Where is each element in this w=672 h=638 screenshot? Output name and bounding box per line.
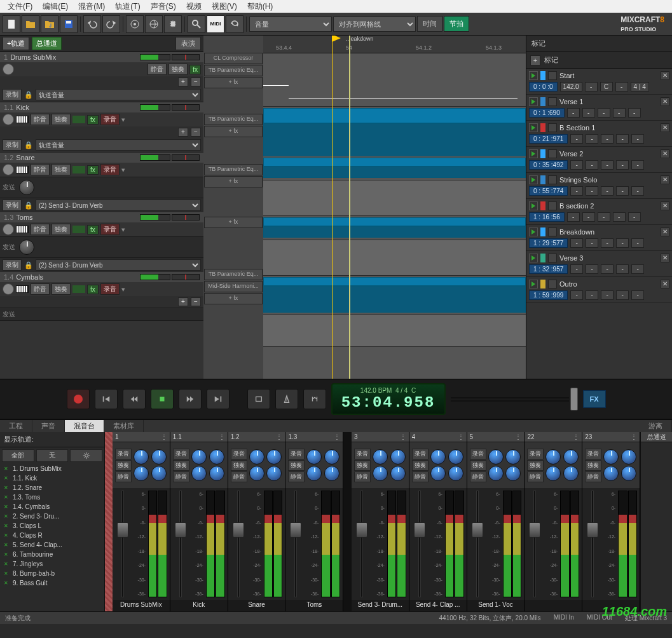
mixer-strip[interactable]: 1.3⋮ 录音独奏静音 6-0--6--12--18--24--30--36- …	[285, 432, 343, 611]
eq-knob[interactable]	[373, 449, 388, 465]
markers-tab[interactable]: 标记	[531, 39, 545, 48]
record-button[interactable]	[67, 389, 90, 409]
track-cymbals[interactable]: 1.4Cymbals 静音 独奏 fx 录音 ▾ +−	[0, 272, 203, 308]
strip-label[interactable]: Drums SubMix	[113, 600, 170, 611]
beat-mode-button[interactable]: 节拍	[444, 16, 469, 32]
clip-lane-snare[interactable]	[263, 156, 526, 180]
mixer-list-item[interactable]: 8. Bump-bah-b	[0, 569, 104, 578]
strip-rec-button[interactable]: 录音	[585, 449, 601, 459]
marker-item[interactable]: Start✕0 : 0 :0142.0-C-4 | 4	[526, 69, 672, 95]
strip-menu-icon[interactable]: ⋮	[573, 433, 579, 440]
new-file-button[interactable]	[3, 15, 20, 33]
status-midi-in[interactable]: MIDI In	[554, 614, 574, 623]
add-lane-button[interactable]: +	[178, 78, 188, 86]
strip-mute-button[interactable]: 静音	[173, 472, 189, 482]
mixer-list-item[interactable]: 5. Send 4- Clap...	[0, 540, 104, 550]
timeline[interactable]: ...eakdown 53.4.4 54 54.1.2 54.1.3	[263, 36, 526, 379]
stop-button[interactable]	[151, 389, 174, 409]
strip-mute-button[interactable]: 静音	[470, 472, 486, 482]
mixer-list-item[interactable]: 1.3. Toms	[0, 492, 104, 502]
strip-rec-button[interactable]: 录音	[412, 449, 429, 459]
marker-time[interactable]: 0 : 35 :492	[529, 160, 568, 170]
marker-time[interactable]: 1 : 29 :577	[529, 238, 568, 248]
track-drums-submix[interactable]: 1Drums SubMix 静音 独奏 fx +− 录制 🔒 轨道音量	[0, 52, 203, 102]
marker-name[interactable]: Breakdown	[559, 228, 658, 236]
rewind-start-button[interactable]	[95, 389, 118, 409]
fader[interactable]	[585, 491, 600, 597]
delete-marker-button[interactable]: ✕	[661, 123, 669, 132]
marker-color[interactable]	[540, 254, 545, 262]
menu-mix[interactable]: 混音(M)	[73, 1, 110, 12]
mixer-strip[interactable]: 23⋮ 录音独奏静音 6-0--6--12--18--24--30--36-	[582, 432, 640, 611]
forward-end-button[interactable]	[207, 389, 230, 409]
marker-play-button[interactable]	[529, 227, 538, 236]
marker-name[interactable]: Outro	[559, 280, 658, 288]
time-mode-button[interactable]: 时间	[417, 16, 442, 32]
fader[interactable]	[173, 491, 188, 597]
solo-button[interactable]: 独奏	[168, 64, 188, 75]
fader[interactable]	[527, 491, 542, 597]
strip-menu-icon[interactable]: ⋮	[400, 433, 406, 440]
flag-icon[interactable]	[548, 175, 557, 184]
forward-button[interactable]	[179, 389, 202, 409]
menu-track[interactable]: 轨道(T)	[110, 1, 145, 12]
eq-knob[interactable]	[249, 449, 264, 465]
marker-name[interactable]: Verse 1	[559, 98, 658, 105]
strip-solo-button[interactable]: 独奏	[173, 460, 189, 471]
tab-sound[interactable]: 声音	[32, 420, 65, 432]
automation-select[interactable]: 音量	[249, 17, 332, 32]
mixer-settings-button[interactable]	[70, 449, 102, 462]
strip-mute-button[interactable]: 静音	[585, 472, 601, 482]
marker-item[interactable]: Verse 3✕1 : 32 :957-----	[526, 251, 672, 277]
strip-solo-button[interactable]: 独奏	[470, 460, 486, 471]
fader[interactable]	[412, 491, 427, 597]
marker-item[interactable]: B section 2✕1 : 16 :56-----	[526, 199, 672, 225]
strip-menu-icon[interactable]: ⋮	[334, 433, 340, 440]
mixer-strip[interactable]: 1⋮ 录音独奏静音 6-0--6--12--18--24--30--36- Dr…	[113, 432, 170, 611]
detach-label[interactable]: 游离	[640, 420, 672, 432]
menu-view[interactable]: 视图(V)	[207, 1, 242, 12]
marker-time[interactable]: 0 : 21 :971	[529, 134, 568, 144]
menu-sound[interactable]: 声音(S)	[146, 1, 181, 12]
eq-knob[interactable]	[488, 449, 504, 465]
strip-label[interactable]: Snare	[228, 600, 285, 611]
add-track-button[interactable]: +轨道	[3, 37, 29, 50]
flag-icon[interactable]	[548, 71, 557, 80]
marker-play-button[interactable]	[529, 71, 538, 80]
mixer-list-item[interactable]: 1.1. Kick	[0, 473, 104, 483]
strip-mute-button[interactable]: 静音	[527, 472, 544, 482]
midi-button[interactable]: MIDI	[207, 15, 224, 33]
mixer-list-item[interactable]: 6. Tambourine	[0, 550, 104, 559]
mixer-list-item[interactable]: 9. Bass Guit	[0, 578, 104, 588]
marker-color[interactable]	[540, 201, 545, 210]
strip-menu-icon[interactable]: ⋮	[515, 433, 521, 440]
marker-play-button[interactable]	[529, 254, 538, 262]
strip-solo-button[interactable]: 独奏	[585, 460, 601, 471]
marker-play-button[interactable]	[529, 175, 538, 184]
tab-library[interactable]: 素材库	[104, 420, 144, 432]
strip-mute-button[interactable]: 静音	[288, 472, 305, 482]
lock-icon[interactable]: 🔒	[24, 91, 33, 99]
menu-edit[interactable]: 编辑(E)	[38, 1, 73, 12]
mixer-strip[interactable]: 5⋮ 录音独奏静音 6-0--6--12--18--24--30--36- Se…	[467, 432, 525, 611]
eq-knob[interactable]	[430, 449, 446, 465]
marker-item[interactable]: Outro✕1 : 59 :999-----	[526, 277, 672, 303]
dropdown-icon[interactable]: ▾	[121, 116, 125, 124]
fx-button[interactable]: fx	[189, 65, 201, 74]
record-button[interactable]: 录音	[100, 114, 120, 125]
mixer-strip[interactable]: 1.1⋮ 录音独奏静音 6-0--6--12--18--24--30--36- …	[170, 432, 228, 611]
marker-time[interactable]: 1 : 32 :957	[529, 264, 568, 274]
menu-video[interactable]: 视频	[181, 1, 207, 12]
show-all-button[interactable]: 全部	[2, 449, 34, 462]
delete-marker-button[interactable]: ✕	[661, 254, 669, 262]
delete-marker-button[interactable]: ✕	[661, 280, 669, 288]
punch-button[interactable]	[303, 389, 326, 409]
piano-roll-button[interactable]	[16, 116, 29, 123]
menu-file[interactable]: 文件(F)	[3, 1, 38, 12]
undo-button[interactable]	[83, 15, 101, 33]
loop-button[interactable]	[247, 389, 270, 409]
mixer-strip[interactable]: 3⋮ 录音独奏静音 6-0--6--12--18--24--30--36- Se…	[352, 432, 409, 611]
mixer-list-item[interactable]: 1.4. Cymbals	[0, 502, 104, 512]
open-file-button[interactable]	[22, 15, 39, 33]
track-kick[interactable]: 1.1Kick 静音 独奏 fx 录音 ▾ +− 录制 🔒 轨道音量	[0, 102, 203, 153]
